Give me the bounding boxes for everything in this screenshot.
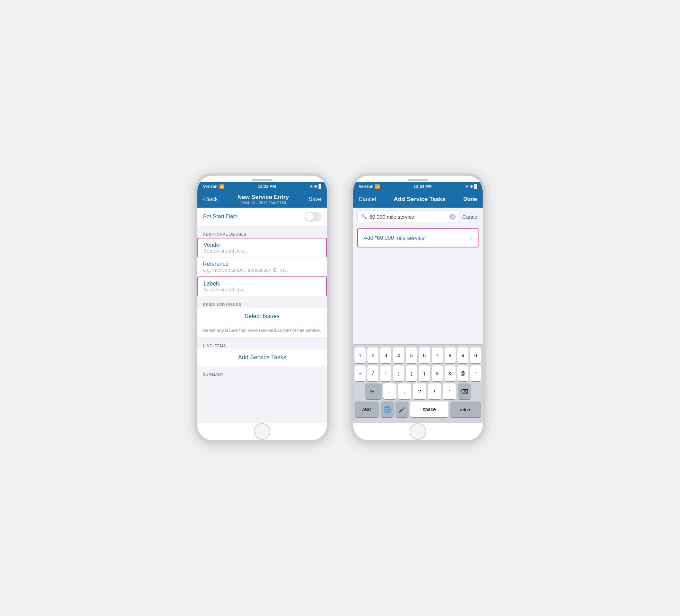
search-input-value[interactable]: 60,000 mile service [369,214,447,220]
key-apostrophe[interactable]: ' [443,383,456,399]
bluetooth-icon-1: ✱ [314,184,317,189]
start-date-row[interactable]: Set Start Date [197,208,327,226]
search-cancel-button[interactable]: Cancel [462,214,478,220]
status-bar-1: Verizon 📶 12:22 PM ✈ ✱ ▉ [197,182,327,191]
key-4[interactable]: 4 [393,347,404,363]
chevron-left-icon: ‹ [203,196,205,202]
labels-label: Labels [204,281,321,287]
nav-title-group-2: Add Service Tasks [376,196,463,203]
phone-2-content: 🔍 60,000 mile service ✕ Cancel Add "60,0… [353,208,483,423]
key-at[interactable]: @ [457,365,468,381]
key-comma[interactable]: , [398,383,411,399]
key-backspace[interactable]: ⌫ [458,383,471,399]
labels-field[interactable]: Labels Search or add new... [197,277,327,296]
key-2[interactable]: 2 [367,347,378,363]
spacer-2 [197,296,327,300]
status-right-1: ✈ ✱ ▉ [310,184,321,189]
start-date-toggle[interactable] [305,212,321,221]
phone-2: Verizon 📶 12:24 PM ✈ ✱ ▉ Cancel Add Serv… [350,173,485,443]
reference-label: Reference [203,261,321,267]
time-2: 12:24 PM [414,184,432,189]
key-0[interactable]: 0 [470,347,481,363]
key-hashtag[interactable]: #+= [365,383,382,399]
labels-placeholder: Search or add new... [204,287,321,292]
key-dollar[interactable]: $ [432,365,443,381]
status-left-1: Verizon 📶 [203,184,224,189]
add-result-row[interactable]: Add "60,000 mile service" › [357,228,478,247]
add-result-text: Add "60,000 mile service" [364,235,427,241]
wifi-icon-2: 📶 [375,184,380,189]
vendor-label: Vendor [204,242,321,248]
add-service-tasks-button[interactable]: Add Service Tasks [197,349,327,366]
key-question[interactable]: ? [413,383,426,399]
reference-placeholder: e.g. invoice number, transaction ID, etc… [203,267,321,273]
vendor-field[interactable]: Vendor Search or add new... [197,238,327,257]
select-issues-button[interactable]: Select Issues [197,308,327,325]
key-slash[interactable]: / [367,365,378,381]
battery-icon-2: ▉ [474,184,477,189]
search-clear-button[interactable]: ✕ [449,214,456,220]
key-1[interactable]: 1 [355,347,366,363]
status-bar-2: Verizon 📶 12:24 PM ✈ ✱ ▉ [353,182,483,191]
direction-icon-1: ✈ [310,184,313,189]
search-bar-container: 🔍 60,000 mile service ✕ Cancel [353,208,483,226]
key-space[interactable]: space [410,401,448,417]
direction-icon-2: ✈ [465,184,468,189]
status-right-2: ✈ ✱ ▉ [465,184,477,189]
key-lparen[interactable]: ( [406,365,417,381]
key-period[interactable]: . [383,383,396,399]
add-service-tasks-label: Add Service Tasks [238,354,286,361]
key-minus[interactable]: - [355,365,366,381]
keyboard-row-numbers: 1 2 3 4 5 6 7 8 9 0 [355,347,481,363]
toggle-thumb [305,212,314,221]
key-colon[interactable]: : [380,365,391,381]
key-3[interactable]: 3 [380,347,391,363]
nav-bar-2: Cancel Add Service Tasks Done [353,191,483,208]
resolved-issues-header: RESOLVED ISSUES [197,300,327,308]
key-rparen[interactable]: ) [419,365,430,381]
phones-container: Verizon 📶 12:22 PM ✈ ✱ ▉ ‹ Back New Serv… [195,173,485,443]
key-globe[interactable]: 🌐 [381,401,394,417]
save-button[interactable]: Save [309,196,321,202]
vendor-placeholder: Search or add new... [204,248,321,254]
line-items-header: LINE ITEMS [197,341,327,349]
chevron-right-icon: › [470,234,472,242]
key-6[interactable]: 6 [419,347,430,363]
key-ampersand[interactable]: & [445,365,456,381]
key-quote[interactable]: " [470,365,481,381]
empty-results-area [353,250,483,344]
carrier-2: Verizon [359,184,374,189]
additional-details-header: ADDITIONAL DETAILS [197,229,327,238]
spacer-4 [197,366,327,370]
key-semicolon[interactable]: ; [393,365,404,381]
nav-title-group-1: New Service Entry 0M4HH0 - 2012 Ford F15… [218,194,309,205]
keyboard-row-bottom: ABC 🌐 🎤 space return [355,401,481,417]
select-issues-label: Select Issues [244,313,279,319]
key-5[interactable]: 5 [406,347,417,363]
carrier-1: Verizon [203,184,218,189]
phone-home-area-2 [353,423,483,440]
back-label: Back [205,196,218,202]
key-exclaim[interactable]: ! [428,383,441,399]
battery-icon-1: ▉ [319,184,321,189]
back-button[interactable]: ‹ Back [203,196,218,202]
key-7[interactable]: 7 [432,347,443,363]
key-return[interactable]: return [450,401,481,417]
home-button-2[interactable] [410,423,426,440]
key-8[interactable]: 8 [445,347,456,363]
status-left-2: Verizon 📶 [359,184,380,189]
done-button[interactable]: Done [463,196,477,202]
key-abc[interactable]: ABC [355,401,379,417]
key-9[interactable]: 9 [457,347,468,363]
phone-speaker-2 [408,179,428,181]
search-bar[interactable]: 🔍 60,000 mile service ✕ [357,210,459,223]
reference-field[interactable]: Reference e.g. invoice number, transacti… [197,257,327,277]
cancel-button[interactable]: Cancel [359,196,376,202]
phone-1: Verizon 📶 12:22 PM ✈ ✱ ▉ ‹ Back New Serv… [195,173,330,443]
resolved-issues-helper: Select any issues that were resolved as … [197,325,327,337]
bluetooth-icon-2: ✱ [470,184,473,189]
key-mic[interactable]: 🎤 [395,401,409,417]
time-1: 12:22 PM [258,184,276,189]
home-button-1[interactable] [254,423,270,440]
keyboard: 1 2 3 4 5 6 7 8 9 0 - / : ; ( [353,344,483,423]
